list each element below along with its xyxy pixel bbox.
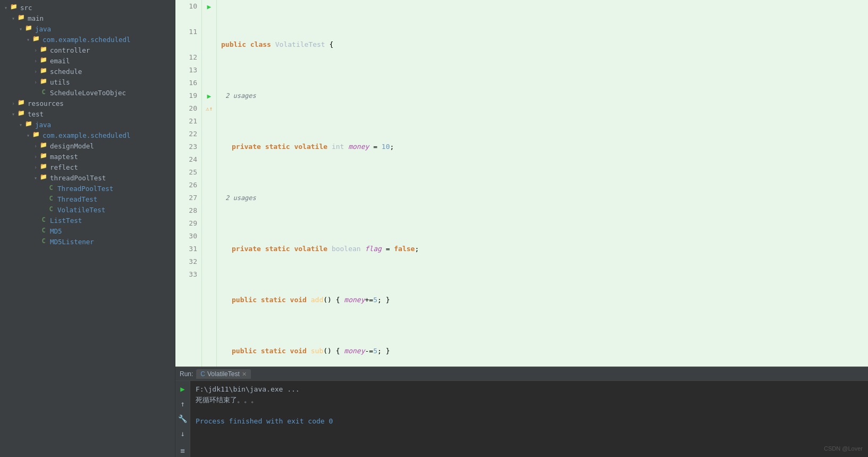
class-icon-ThreadTest: C xyxy=(47,195,55,203)
folder-icon-threadPoolTest: 📁 xyxy=(39,173,48,182)
tree-item-ThreadPoolTest[interactable]: C ThreadPoolTest xyxy=(0,183,175,194)
tree-item-src[interactable]: ▾ 📁 src xyxy=(0,2,175,13)
tree-label-threadPoolTest: threadPoolTest xyxy=(50,174,106,182)
tree-item-MD5Listener[interactable]: C MD5Listener xyxy=(0,236,175,247)
run-gutter-10[interactable]: ▶ xyxy=(207,3,212,11)
tree-arrow-resources[interactable]: › xyxy=(10,101,17,106)
file-tree[interactable]: ▾ 📁 src ▾ 📁 main ▾ 📁 java ▾ 📁 com.exampl… xyxy=(0,0,175,457)
run-panel: Run: C VolatileTest ✕ ▶ ↑ 🔧 ↓ ≡ xyxy=(175,367,868,457)
tree-item-com-main[interactable]: ▾ 📁 com.example.scheduledl xyxy=(0,34,175,45)
line-numbers: 10 11 12 13 16 19 20 21 22 23 24 25 26 2… xyxy=(175,0,202,367)
run-tab-icon: C xyxy=(200,370,205,378)
class-icon-ThreadPoolTest: C xyxy=(47,184,55,193)
folder-icon-com-test: 📁 xyxy=(32,131,40,139)
tree-item-utils[interactable]: › 📁 utils xyxy=(0,77,175,87)
tree-arrow-java-test[interactable]: ▾ xyxy=(17,122,24,128)
tree-arrow-email[interactable]: › xyxy=(32,58,39,64)
class-icon-schedule: C xyxy=(39,88,48,97)
tree-arrow-main[interactable]: ▾ xyxy=(10,15,17,21)
run-panel-header: Run: C VolatileTest ✕ xyxy=(175,368,868,381)
tree-label-src: src xyxy=(20,4,32,12)
run-tab-close[interactable]: ✕ xyxy=(242,371,247,378)
tree-item-ThreadTest[interactable]: C ThreadTest xyxy=(0,194,175,204)
tree-arrow-test[interactable]: ▾ xyxy=(10,111,17,117)
tree-label-VolatileTest: VolatileTest xyxy=(57,206,105,214)
run-lines-button[interactable]: ≡ xyxy=(177,445,189,456)
run-output-line-1: F:\jdk11\bin\java.exe ... xyxy=(196,384,863,395)
tree-arrow-reflect[interactable]: › xyxy=(32,164,39,170)
run-output-line-4: Process finished with exit code 0 xyxy=(196,416,863,427)
code-line-10: public class VolatileTest { xyxy=(217,38,868,51)
tree-arrow-java[interactable]: ▾ xyxy=(17,26,24,32)
tree-item-java[interactable]: ▾ 📁 java xyxy=(0,23,175,34)
tree-item-resources[interactable]: › 📁 resources xyxy=(0,98,175,109)
tree-item-schedule[interactable]: › 📁 schedule xyxy=(0,66,175,77)
folder-icon-java: 📁 xyxy=(24,24,33,33)
tree-item-ListTest[interactable]: C ListTest xyxy=(0,215,175,226)
tree-item-main[interactable]: ▾ 📁 main xyxy=(0,13,175,23)
tree-label-controller: controller xyxy=(50,46,90,54)
code-content[interactable]: public class VolatileTest { 2 usages pri… xyxy=(217,0,868,367)
tree-arrow-com-main[interactable]: ▾ xyxy=(24,37,32,43)
tree-label-resources: resources xyxy=(28,99,64,107)
tree-label-MD5: MD5 xyxy=(50,227,62,235)
code-line-13: public static void add() { money+=5; } xyxy=(217,294,868,306)
run-tab[interactable]: C VolatileTest ✕ xyxy=(196,369,250,379)
tree-item-VolatileTest[interactable]: C VolatileTest xyxy=(0,204,175,215)
tree-item-maptest[interactable]: › 📁 maptest xyxy=(0,151,175,162)
folder-icon-schedule: 📁 xyxy=(39,67,48,76)
tree-arrow-controller[interactable]: › xyxy=(32,47,39,53)
tree-item-threadPoolTest[interactable]: ▾ 📁 threadPoolTest xyxy=(0,172,175,183)
tree-arrow-maptest[interactable]: › xyxy=(32,154,39,160)
tree-label-ListTest: ListTest xyxy=(50,217,82,225)
tree-arrow-com-test[interactable]: ▾ xyxy=(24,132,32,138)
run-down-button[interactable]: ↓ xyxy=(177,428,189,439)
tree-arrow-designModel[interactable]: › xyxy=(32,143,39,149)
tree-item-test[interactable]: ▾ 📁 test xyxy=(0,109,175,119)
usage-hint-1: 2 usages xyxy=(217,89,868,102)
tree-label-java: java xyxy=(35,25,51,33)
editor-gutter: ▶ ▶ ⚠↑ xyxy=(202,0,217,367)
tree-arrow-src[interactable]: ▾ xyxy=(2,5,10,11)
tree-item-com-test[interactable]: ▾ 📁 com.example.scheduledl xyxy=(0,130,175,140)
code-line-16: public static void sub() { money-=5; } xyxy=(217,345,868,358)
tree-label-schedule: schedule xyxy=(50,68,82,76)
folder-icon-maptest: 📁 xyxy=(39,152,48,161)
tree-label-maptest: maptest xyxy=(50,153,78,161)
tree-label-MD5Listener: MD5Listener xyxy=(50,238,94,246)
run-play-button[interactable]: ▶ xyxy=(177,383,189,395)
folder-icon-designModel: 📁 xyxy=(39,142,48,150)
folder-icon-resources: 📁 xyxy=(17,99,26,107)
class-icon-ListTest: C xyxy=(39,216,48,225)
folder-icon-src: 📁 xyxy=(10,3,18,12)
run-toolbar: ▶ ↑ 🔧 ↓ ≡ xyxy=(175,381,190,457)
tree-label-main: main xyxy=(28,14,44,22)
tree-label-com-test: com.example.scheduledl xyxy=(43,131,131,139)
tree-item-reflect[interactable]: › 📁 reflect xyxy=(0,162,175,172)
tree-label-ThreadTest: ThreadTest xyxy=(57,195,97,203)
watermark: CSDN @Lover xyxy=(824,445,863,452)
folder-icon-test: 📁 xyxy=(17,110,26,118)
class-icon-MD5Listener: C xyxy=(39,237,48,246)
tree-item-java-test[interactable]: ▾ 📁 java xyxy=(0,119,175,130)
tree-label-reflect: reflect xyxy=(50,163,78,171)
run-output-line-3 xyxy=(196,405,863,416)
tree-label-com-main: com.example.scheduledl xyxy=(43,36,131,44)
tree-item-designModel[interactable]: › 📁 designModel xyxy=(0,140,175,151)
tree-arrow-threadPoolTest[interactable]: ▾ xyxy=(32,175,39,181)
run-gutter-19[interactable]: ▶ xyxy=(207,92,212,100)
tree-item-schedule-class[interactable]: C ScheduleLoveToObjec xyxy=(0,87,175,98)
tree-label-ThreadPoolTest: ThreadPoolTest xyxy=(57,185,113,193)
run-wrench-button[interactable]: 🔧 xyxy=(177,413,189,425)
code-editor[interactable]: 10 11 12 13 16 19 20 21 22 23 24 25 26 2… xyxy=(175,0,868,367)
run-output-line-2: 死循环结束了。。。 xyxy=(196,395,863,405)
warn-gutter-20: ⚠↑ xyxy=(206,105,213,112)
tree-arrow-utils[interactable]: › xyxy=(32,79,39,85)
run-up-button[interactable]: ↑ xyxy=(177,398,189,410)
tree-item-email[interactable]: › 📁 email xyxy=(0,55,175,66)
folder-icon-reflect: 📁 xyxy=(39,163,48,171)
folder-icon-java-test: 📁 xyxy=(24,120,33,129)
tree-item-controller[interactable]: › 📁 controller xyxy=(0,45,175,55)
tree-item-MD5[interactable]: C MD5 xyxy=(0,226,175,236)
tree-arrow-schedule[interactable]: › xyxy=(32,69,39,74)
